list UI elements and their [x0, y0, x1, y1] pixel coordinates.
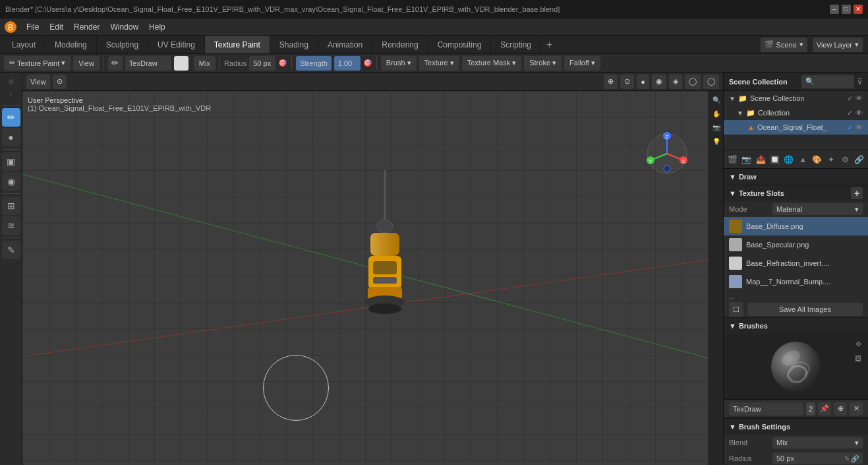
tab-scripting[interactable]: Scripting: [491, 36, 541, 53]
outliner-object-item[interactable]: ▲ Ocean_Signal_Float_ ✓ 👁: [724, 120, 868, 135]
collection-check[interactable]: ✓: [847, 109, 853, 117]
outliner-filter-icon[interactable]: ⊽: [857, 77, 863, 86]
brush-copy-icon[interactable]: ⊕: [834, 402, 847, 416]
texture-mask-selector[interactable]: Texture Mask ▾: [462, 56, 521, 71]
tool-draw[interactable]: ✏: [2, 108, 20, 127]
collection-eye[interactable]: 👁: [855, 109, 863, 117]
viewport-gizmo-btn[interactable]: ⊕: [604, 75, 618, 89]
outliner-collection[interactable]: ▼ 📁 Collection ✓ 👁: [724, 106, 868, 120]
navigation-gizmo[interactable]: Z X Y: [644, 131, 690, 177]
add-texture-slot-button[interactable]: +: [851, 187, 863, 199]
minimize-button[interactable]: –: [830, 5, 839, 14]
brush-settings-icon[interactable]: ⚙: [852, 338, 864, 350]
prop-object-icon[interactable]: ▲: [796, 152, 809, 167]
brush-settings-header[interactable]: ▼ Brush Settings: [724, 419, 868, 435]
mode-selector[interactable]: ✏ Texture Paint ▾: [4, 56, 71, 71]
viewport-zoom-btn[interactable]: 🔍: [710, 94, 722, 106]
save-images-checkbox[interactable]: ☐: [729, 302, 743, 317]
texture-slots-header[interactable]: ▼ Texture Slots +: [724, 185, 868, 201]
radius-edit-icon[interactable]: ✎: [844, 455, 850, 462]
radius-input[interactable]: 50 px: [249, 56, 275, 71]
prop-material-icon[interactable]: 🎨: [811, 152, 823, 167]
viewport-shading-mat[interactable]: ◉: [652, 75, 666, 89]
draw-section-header[interactable]: ▼ Draw: [724, 169, 868, 185]
prop-physics-icon[interactable]: ⚙: [838, 152, 851, 167]
texture-selector[interactable]: Texture ▾: [419, 56, 459, 71]
falloff-selector[interactable]: Falloff ▾: [564, 56, 600, 71]
object-eye[interactable]: 👁: [855, 123, 863, 131]
prop-view-layer-icon[interactable]: 🔲: [768, 152, 781, 167]
blender-logo-icon[interactable]: B: [3, 19, 18, 35]
blend-dropdown[interactable]: Mix ▾: [772, 437, 863, 449]
mode-icon-1[interactable]: ↕: [5, 88, 17, 100]
color-swatch[interactable]: [174, 56, 188, 71]
tab-sculpting[interactable]: Sculpting: [97, 36, 148, 53]
tool-fill[interactable]: ▣: [2, 152, 20, 171]
outliner-scene-collection[interactable]: ▼ 📁 Scene Collection ✓ 👁: [724, 91, 868, 106]
prop-output-icon[interactable]: 📤: [755, 152, 767, 167]
view-menu-button[interactable]: View: [73, 56, 100, 71]
menu-help[interactable]: Help: [144, 20, 171, 34]
menu-window[interactable]: Window: [105, 20, 144, 34]
blend-mode-selector[interactable]: Mix: [194, 56, 216, 71]
viewport-scene[interactable]: User Perspective (1) Ocean_Signal_Float_…: [22, 91, 723, 465]
save-all-images-button[interactable]: Save All Images: [747, 303, 863, 316]
prop-world-icon[interactable]: 🌐: [782, 152, 795, 167]
mode-icon-0[interactable]: ⊙: [5, 75, 17, 87]
tab-layout[interactable]: Layout: [3, 36, 45, 53]
prop-particles-icon[interactable]: ✦: [825, 152, 837, 167]
outliner-check-icon[interactable]: ✓: [847, 94, 853, 103]
viewport-menu-overlays[interactable]: ⊙: [53, 75, 67, 89]
tab-compositing[interactable]: Compositing: [428, 36, 492, 53]
tab-animation[interactable]: Animation: [318, 36, 372, 53]
menu-render[interactable]: Render: [69, 20, 105, 34]
strength-picker-icon[interactable]: 🎯: [363, 59, 372, 67]
close-button[interactable]: ✕: [854, 5, 863, 14]
brush-name-field[interactable]: TexDraw: [125, 56, 171, 71]
brush-pin-icon[interactable]: 📌: [818, 402, 831, 416]
brushes-header[interactable]: ▼ Brushes: [724, 318, 868, 334]
tab-modeling[interactable]: Modeling: [45, 36, 97, 53]
viewport-light-btn[interactable]: 💡: [710, 135, 722, 147]
tab-shading[interactable]: Shading: [270, 36, 318, 53]
mode-dropdown[interactable]: Material ▾: [772, 203, 863, 215]
tool-smear[interactable]: ≋: [2, 216, 20, 235]
viewport-extra-2[interactable]: ◯: [703, 75, 719, 89]
viewport-menu-view[interactable]: View: [26, 75, 50, 89]
stroke-selector[interactable]: Stroke ▾: [524, 56, 562, 71]
menu-edit[interactable]: Edit: [44, 20, 69, 34]
tab-rendering[interactable]: Rendering: [372, 36, 428, 53]
radius-link-icon[interactable]: 🔗: [851, 455, 859, 462]
scene-selector[interactable]: 🎬Scene▾: [761, 38, 807, 52]
prop-scene-icon[interactable]: 🎬: [726, 152, 739, 167]
viewport-extra-1[interactable]: ◯: [685, 75, 701, 89]
view-layer-selector[interactable]: View Layer▾: [813, 38, 863, 52]
viewport-camera-btn[interactable]: 📷: [710, 121, 722, 133]
tool-mask[interactable]: ◉: [2, 172, 20, 191]
brush-image-icon[interactable]: 🖼: [852, 352, 864, 364]
menu-file[interactable]: File: [21, 20, 44, 34]
brush-radius-input[interactable]: 50 px ✎ 🔗: [772, 452, 863, 464]
brush-name-input[interactable]: TexDraw: [729, 402, 803, 416]
strength-input[interactable]: 1.00: [334, 56, 361, 71]
tab-texture-paint[interactable]: Texture Paint: [205, 36, 270, 53]
brush-delete-icon[interactable]: ✕: [850, 402, 863, 416]
viewport-pan-btn[interactable]: ✋: [710, 108, 722, 119]
strength-label-display[interactable]: Strength: [296, 56, 332, 71]
texture-item-0[interactable]: Base_Diffuse.png: [724, 217, 868, 235]
tab-uv-editing[interactable]: UV Editing: [148, 36, 205, 53]
tool-annotate[interactable]: ✎: [2, 241, 20, 259]
prop-render-icon[interactable]: 📷: [740, 152, 753, 167]
viewport-shading-solid[interactable]: ●: [637, 75, 649, 89]
prop-constraints-icon[interactable]: 🔗: [853, 152, 865, 167]
radius-picker-icon[interactable]: 🎯: [278, 59, 287, 67]
brush-selector[interactable]: Brush ▾: [381, 56, 417, 71]
outliner-eye-icon[interactable]: 👁: [855, 94, 863, 102]
texture-item-2[interactable]: Base_Refraction_invert....: [724, 254, 868, 272]
tool-soften[interactable]: ●: [2, 128, 20, 146]
texture-item-1[interactable]: Base_Specular.png: [724, 235, 868, 254]
maximize-button[interactable]: □: [842, 5, 851, 14]
tool-clone[interactable]: ⊞: [2, 197, 20, 215]
viewport-shading-render[interactable]: ◈: [669, 75, 682, 89]
outliner-search[interactable]: 🔍: [801, 75, 854, 88]
